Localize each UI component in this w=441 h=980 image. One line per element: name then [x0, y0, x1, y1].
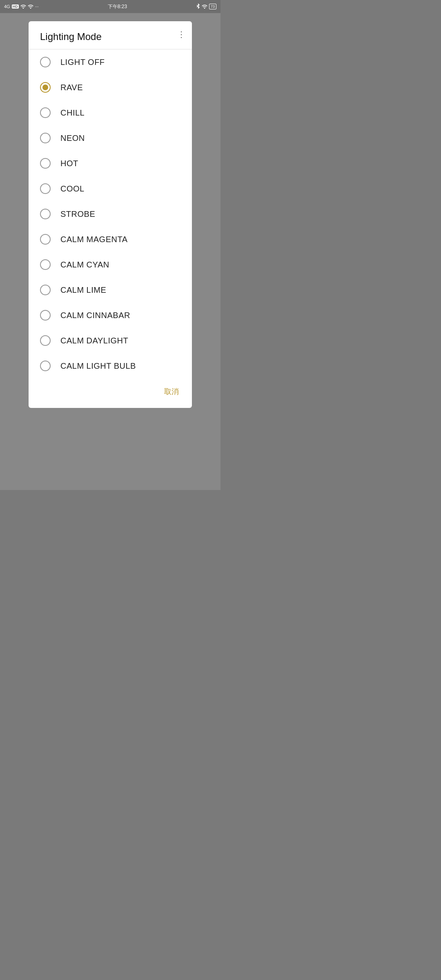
- option-cool[interactable]: COOL: [29, 176, 192, 201]
- option-label-calm-daylight: CALM DAYLIGHT: [60, 336, 128, 345]
- dialog-title: Lighting Mode: [40, 31, 180, 42]
- option-label-cool: COOL: [60, 184, 85, 194]
- menu-icon: ···: [35, 4, 39, 9]
- radio-hot: [40, 158, 51, 169]
- lighting-mode-dialog: ⋮ Lighting Mode LIGHT OFFRAVECHILLNEONHO…: [29, 21, 192, 408]
- radio-calm-cyan: [40, 259, 51, 270]
- battery-level: 73: [209, 4, 216, 9]
- option-label-calm-light-bulb: CALM LIGHT BULB: [60, 361, 136, 371]
- radio-calm-magenta: [40, 234, 51, 245]
- option-label-neon: NEON: [60, 134, 85, 143]
- radio-calm-daylight: [40, 335, 51, 346]
- dialog-overlay: ⋮ Lighting Mode LIGHT OFFRAVECHILLNEONHO…: [0, 13, 220, 490]
- radio-rave: [40, 82, 51, 93]
- option-chill[interactable]: CHILL: [29, 100, 192, 125]
- option-label-rave: RAVE: [60, 83, 83, 92]
- option-light-off[interactable]: LIGHT OFF: [29, 49, 192, 75]
- option-label-strobe: STROBE: [60, 209, 95, 219]
- option-calm-daylight[interactable]: CALM DAYLIGHT: [29, 328, 192, 353]
- status-right: 73: [196, 3, 216, 10]
- radio-calm-light-bulb: [40, 361, 51, 371]
- option-rave[interactable]: RAVE: [29, 75, 192, 100]
- option-calm-cyan[interactable]: CALM CYAN: [29, 252, 192, 277]
- option-calm-cinnabar[interactable]: CALM CINNABAR: [29, 303, 192, 328]
- cancel-button[interactable]: 取消: [163, 383, 180, 400]
- status-time: 下午8:23: [108, 3, 127, 10]
- radio-neon: [40, 133, 51, 143]
- option-strobe[interactable]: STROBE: [29, 201, 192, 227]
- signal-icon: 4G: [4, 4, 10, 9]
- option-label-light-off: LIGHT OFF: [60, 58, 105, 67]
- wifi-signal-icon: [20, 4, 26, 9]
- radio-cool: [40, 183, 51, 194]
- dialog-menu-icon[interactable]: ⋮: [177, 29, 185, 39]
- options-list: LIGHT OFFRAVECHILLNEONHOTCOOLSTROBECALM …: [29, 49, 192, 379]
- option-neon[interactable]: NEON: [29, 125, 192, 151]
- radio-inner-rave: [42, 85, 48, 90]
- radio-calm-lime: [40, 285, 51, 295]
- option-calm-magenta[interactable]: CALM MAGENTA: [29, 227, 192, 252]
- dialog-footer: 取消: [29, 379, 192, 408]
- option-label-calm-cinnabar: CALM CINNABAR: [60, 311, 130, 320]
- option-label-calm-lime: CALM LIME: [60, 285, 106, 295]
- option-label-chill: CHILL: [60, 108, 85, 118]
- option-label-hot: HOT: [60, 159, 78, 168]
- option-calm-lime[interactable]: CALM LIME: [29, 277, 192, 303]
- status-bar: 4G HD ··· 下午8:23 73: [0, 0, 220, 13]
- bluetooth-icon: [196, 3, 200, 10]
- wifi-status-icon: [202, 4, 207, 9]
- option-label-calm-cyan: CALM CYAN: [60, 260, 109, 270]
- radio-strobe: [40, 209, 51, 219]
- option-label-calm-magenta: CALM MAGENTA: [60, 235, 128, 244]
- radio-calm-cinnabar: [40, 310, 51, 321]
- radio-chill: [40, 107, 51, 118]
- battery-icon: 73: [209, 4, 216, 9]
- dialog-header: Lighting Mode: [29, 21, 192, 49]
- option-hot[interactable]: HOT: [29, 151, 192, 176]
- radio-light-off: [40, 57, 51, 67]
- status-left: 4G HD ···: [4, 4, 39, 9]
- wifi-icon: [28, 4, 33, 9]
- option-calm-light-bulb[interactable]: CALM LIGHT BULB: [29, 353, 192, 379]
- hd-icon: HD: [12, 4, 19, 9]
